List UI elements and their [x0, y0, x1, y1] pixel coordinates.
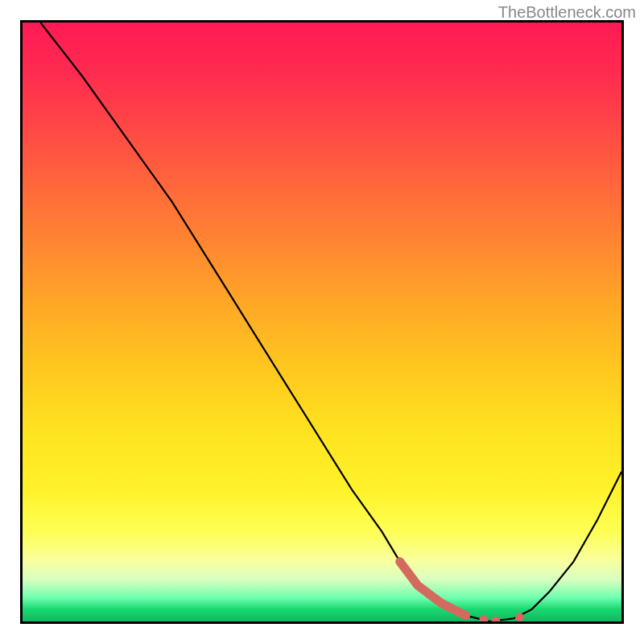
watermark-label: TheBottleneck.com: [498, 3, 636, 22]
highlight-dot: [479, 615, 488, 621]
highlight-dot: [515, 613, 524, 621]
chart-svg: [23, 23, 621, 621]
highlight-segment: [400, 562, 466, 616]
highlight-dot: [491, 617, 500, 621]
bottleneck-curve: [40, 23, 621, 621]
chart-frame: [20, 20, 624, 624]
